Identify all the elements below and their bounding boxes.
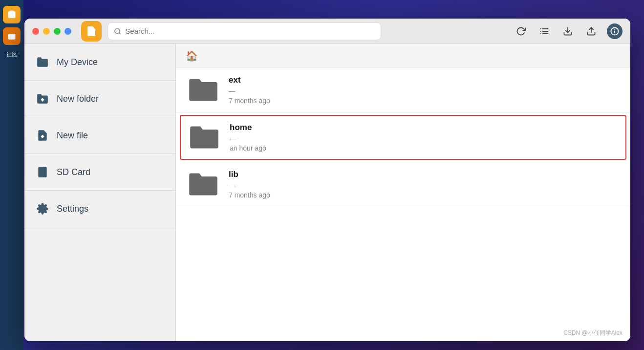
sidebar-label-sd-card: SD Card [57, 167, 90, 177]
home-icon: 🏠 [186, 50, 198, 62]
refresh-button[interactable] [513, 23, 529, 39]
file-area: 🏠 ext — 7 months ago [176, 44, 630, 341]
app-icon [81, 21, 102, 42]
traffic-light-yellow[interactable] [43, 28, 50, 35]
left-strip: 社区 [0, 0, 23, 350]
search-bar[interactable] [107, 22, 381, 40]
sidebar-label-new-folder: New folder [57, 94, 99, 104]
file-name-ext: ext [229, 75, 270, 85]
download-button[interactable] [560, 23, 576, 39]
file-list: ext — 7 months ago home — an hour ago [176, 67, 630, 341]
search-icon [114, 27, 121, 35]
upload-button[interactable] [583, 23, 599, 39]
svg-rect-1 [10, 11, 14, 12]
file-item-lib[interactable]: lib — 7 months ago [176, 162, 630, 207]
file-name-lib: lib [229, 170, 270, 179]
info-button[interactable] [607, 23, 623, 39]
svg-rect-20 [38, 167, 46, 177]
svg-rect-0 [8, 11, 16, 18]
traffic-light-blue[interactable] [64, 28, 71, 35]
search-input[interactable] [125, 27, 375, 35]
file-size-home: — [230, 134, 266, 142]
toolbar-icons [513, 23, 623, 39]
folder-icon-lib [188, 172, 219, 197]
sidebar: My Device New folder New file [24, 44, 176, 341]
sidebar-item-new-file[interactable]: New file [24, 117, 175, 154]
sidebar-item-new-folder[interactable]: New folder [24, 81, 175, 117]
sidebar-label-my-device: My Device [57, 57, 98, 67]
file-info-home: home — an hour ago [230, 123, 266, 152]
file-date-lib: 7 months ago [229, 191, 270, 199]
app-window: My Device New folder New file [24, 19, 630, 341]
folder-icon-ext [188, 77, 219, 103]
svg-line-4 [119, 32, 121, 34]
svg-rect-2 [8, 34, 16, 40]
file-date-ext: 7 months ago [229, 97, 270, 105]
breadcrumb: 🏠 [176, 44, 630, 67]
sidebar-item-my-device[interactable]: My Device [24, 44, 175, 81]
folder-icon-home [189, 125, 220, 150]
list-view-button[interactable] [537, 23, 552, 39]
file-name-home: home [230, 123, 266, 132]
sidebar-label-settings: Settings [57, 204, 88, 214]
main-content: My Device New folder New file [24, 44, 630, 341]
sidebar-item-sd-card[interactable]: SD Card [24, 154, 175, 191]
watermark: CSDN @小任同学Alex [563, 329, 623, 337]
left-strip-app-icon[interactable] [3, 6, 21, 23]
file-info-lib: lib — 7 months ago [229, 170, 270, 199]
left-strip-orange-icon[interactable] [3, 27, 21, 45]
sidebar-label-new-file: New file [57, 131, 88, 141]
file-info-ext: ext — 7 months ago [229, 75, 270, 105]
traffic-light-green[interactable] [54, 28, 61, 35]
traffic-lights [32, 28, 71, 35]
traffic-light-red[interactable] [32, 28, 39, 35]
file-item-home[interactable]: home — an hour ago [180, 115, 626, 160]
sidebar-item-settings[interactable]: Settings [24, 191, 175, 227]
file-size-lib: — [229, 181, 270, 189]
left-strip-label: 社区 [6, 51, 17, 58]
file-item-ext[interactable]: ext — 7 months ago [176, 67, 630, 113]
title-bar [24, 19, 630, 44]
file-size-ext: — [229, 87, 270, 95]
file-date-home: an hour ago [230, 144, 266, 152]
